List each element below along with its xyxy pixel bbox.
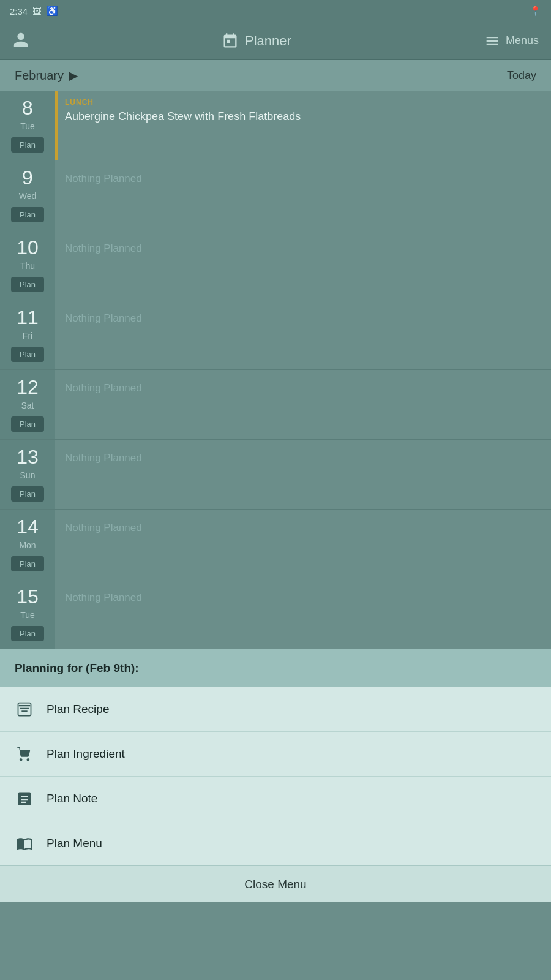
nothing-planned: Nothing Planned [65,382,541,394]
day-row: 13SunPlanNothing Planned [0,440,551,510]
day-number: 12 [17,377,39,397]
bottom-sheet: Planning for (Feb 9th): Plan RecipePlan … [0,649,551,902]
plan-button[interactable]: Plan [11,486,44,502]
bottom-sheet-item-label: Plan Ingredient [47,747,125,761]
day-number: 11 [17,307,39,327]
bottom-sheet-item-label: Plan Note [47,792,97,805]
today-button[interactable]: Today [507,69,536,82]
recipe-icon [15,699,34,719]
day-sidebar: 15TuePlan [0,579,55,649]
day-name: Tue [20,121,35,131]
bottom-sheet-item-label: Plan Menu [47,837,102,850]
meal-name: Aubergine Chickpea Stew with Fresh Flatb… [65,110,541,123]
accessibility-icon: ♿ [47,6,58,17]
today-label: Today [507,69,536,81]
top-nav: Planner Menus [0,22,551,60]
location-icon: 📍 [530,6,541,16]
month-bar: February ▶ Today [0,60,551,91]
photos-icon: 🖼 [32,6,42,17]
profile-button[interactable] [12,31,29,51]
day-content: LUNCHAubergine Chickpea Stew with Fresh … [55,91,551,160]
cart-icon [15,744,34,764]
nothing-planned: Nothing Planned [65,173,541,185]
day-sidebar: 10ThuPlan [0,230,55,300]
nothing-planned: Nothing Planned [65,522,541,534]
day-number: 14 [17,517,39,537]
nothing-planned: Nothing Planned [65,592,541,604]
day-number: 10 [17,238,39,257]
day-content: Nothing Planned [55,370,551,439]
meal-type-label: LUNCH [65,98,541,107]
month-label[interactable]: February ▶ [15,68,78,83]
calendar-list: 8TuePlanLUNCHAubergine Chickpea Stew wit… [0,91,551,649]
bottom-sheet-item[interactable]: Plan Ingredient [0,732,551,777]
day-name: Thu [20,261,35,271]
bottom-sheet-title: Planning for (Feb 9th): [15,662,139,674]
day-row: 8TuePlanLUNCHAubergine Chickpea Stew wit… [0,91,551,160]
day-content: Nothing Planned [55,230,551,300]
day-sidebar: 12SatPlan [0,370,55,439]
bottom-sheet-header: Planning for (Feb 9th): [0,649,551,687]
day-row: 14MonPlanNothing Planned [0,510,551,579]
nothing-planned: Nothing Planned [65,312,541,325]
day-row: 12SatPlanNothing Planned [0,370,551,440]
month-text: February [15,69,64,83]
plan-button[interactable]: Plan [11,347,44,362]
close-menu-bar[interactable]: Close Menu [0,865,551,902]
day-content: Nothing Planned [55,300,551,369]
day-number: 8 [22,98,33,118]
bottom-sheet-items: Plan RecipePlan IngredientPlan NotePlan … [0,687,551,865]
nothing-planned: Nothing Planned [65,243,541,255]
status-time: 2:34 [10,6,28,17]
menus-label: Menus [506,34,539,47]
day-number: 9 [22,168,33,187]
day-name: Sun [20,470,36,480]
menu-book-icon [15,834,34,853]
day-sidebar: 14MonPlan [0,510,55,579]
day-content: Nothing Planned [55,160,551,230]
day-content: Nothing Planned [55,510,551,579]
plan-button[interactable]: Plan [11,556,44,571]
plan-button[interactable]: Plan [11,277,44,292]
status-bar-right: 📍 [530,6,541,17]
day-row: 15TuePlanNothing Planned [0,579,551,649]
day-content: Nothing Planned [55,440,551,509]
nothing-planned: Nothing Planned [65,452,541,464]
bottom-sheet-item[interactable]: Plan Menu [0,821,551,865]
plan-button[interactable]: Plan [11,417,44,432]
day-name: Sat [21,401,34,410]
day-row: 11FriPlanNothing Planned [0,300,551,370]
day-name: Fri [23,331,32,341]
bottom-sheet-item-label: Plan Recipe [47,703,109,716]
arrow-right-icon: ▶ [69,68,78,83]
day-row: 9WedPlanNothing Planned [0,160,551,230]
status-bar: 2:34 🖼 ♿ 📍 [0,0,551,22]
app-title: Planner [245,33,291,49]
calendar-icon [222,32,239,50]
day-content: Nothing Planned [55,579,551,649]
day-name: Mon [19,540,36,550]
day-sidebar: 11FriPlan [0,300,55,369]
day-sidebar: 8TuePlan [0,91,55,160]
plan-button[interactable]: Plan [11,626,44,641]
status-bar-left: 2:34 🖼 ♿ [10,6,58,17]
day-sidebar: 9WedPlan [0,160,55,230]
day-row: 10ThuPlanNothing Planned [0,230,551,300]
plan-button[interactable]: Plan [11,207,44,222]
menus-button[interactable]: Menus [484,32,539,50]
note-icon [15,789,34,809]
day-name: Tue [20,610,35,620]
menus-icon [484,32,501,50]
day-sidebar: 13SunPlan [0,440,55,509]
plan-button[interactable]: Plan [11,137,44,153]
close-menu-label: Close Menu [244,878,306,891]
day-number: 13 [17,447,39,467]
day-name: Wed [19,191,37,201]
top-nav-title: Planner [222,32,291,50]
person-icon [12,31,29,48]
bottom-sheet-item[interactable]: Plan Note [0,777,551,821]
day-number: 15 [17,587,39,606]
bottom-sheet-item[interactable]: Plan Recipe [0,687,551,732]
